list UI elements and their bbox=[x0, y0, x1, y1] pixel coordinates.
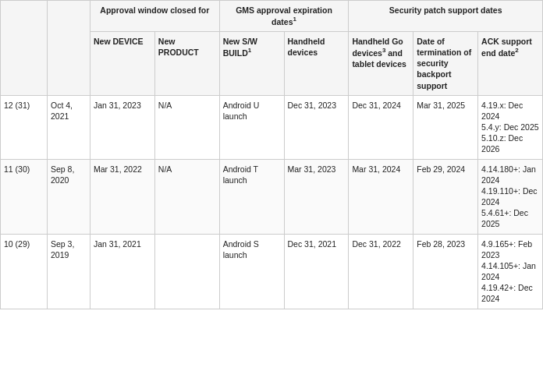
table-row: 11 (30)Sep 8, 2020Mar 31, 2022N/AAndroid… bbox=[1, 159, 543, 234]
table-body: 12 (31)Oct 4, 2021Jan 31, 2023N/AAndroid… bbox=[1, 95, 543, 309]
col-header-ack: ACK support end date2 bbox=[478, 31, 543, 95]
col-header-new-product: New PRODUCT bbox=[154, 31, 219, 95]
table-row: 12 (31)Oct 4, 2021Jan 31, 2023N/AAndroid… bbox=[1, 95, 543, 159]
group-header-gms: GMS approval expiration dates1 bbox=[219, 1, 349, 32]
col-header-handheld: Handheld devices bbox=[284, 31, 349, 95]
cell-os-version: 10 (29) bbox=[1, 234, 48, 309]
cell-new-device: Jan 31, 2021 bbox=[90, 234, 155, 309]
cell-new-sw-build: Android U launch bbox=[219, 95, 284, 159]
cell-new-sw-build: Android T launch bbox=[219, 159, 284, 234]
cell-new-device: Jan 31, 2023 bbox=[90, 95, 155, 159]
main-table-wrapper: Approval window closed for GMS approval … bbox=[0, 0, 543, 309]
cell-aosp-release: Oct 4, 2021 bbox=[48, 95, 90, 159]
cell-new-product: N/A bbox=[154, 159, 219, 234]
cell-handheld-devices: Dec 31, 2021 bbox=[284, 234, 349, 309]
cell-aosp-release: Sep 3, 2019 bbox=[48, 234, 90, 309]
cell-handheld-go: Mar 31, 2024 bbox=[349, 159, 413, 234]
col-header-new-device: New DEVICE bbox=[90, 31, 155, 95]
cell-ack-support: 4.14.180+: Jan 20244.19.110+: Dec 20245.… bbox=[478, 159, 543, 234]
cell-new-product bbox=[154, 234, 219, 309]
cell-termination: Feb 29, 2024 bbox=[413, 159, 478, 234]
cell-handheld-devices: Dec 31, 2023 bbox=[284, 95, 349, 159]
cell-os-version: 12 (31) bbox=[1, 95, 48, 159]
cell-new-product: N/A bbox=[154, 95, 219, 159]
cell-new-sw-build: Android S launch bbox=[219, 234, 284, 309]
cell-ack-support: 4.9.165+: Feb 20234.14.105+: Jan 20244.1… bbox=[478, 234, 543, 309]
cell-aosp-release: Sep 8, 2020 bbox=[48, 159, 90, 234]
cell-termination: Mar 31, 2025 bbox=[413, 95, 478, 159]
group-header-approval: Approval window closed for bbox=[90, 1, 220, 32]
col-header-aosp bbox=[48, 1, 90, 96]
col-header-handheld-go: Handheld Go devices3 and tablet devices bbox=[349, 31, 413, 95]
table-row: 10 (29)Sep 3, 2019Jan 31, 2021Android S … bbox=[1, 234, 543, 309]
col-header-new-sw: New S/W BUILD1 bbox=[219, 31, 284, 95]
col-header-termination: Date of termination of security backport… bbox=[413, 31, 478, 95]
cell-new-device: Mar 31, 2022 bbox=[90, 159, 155, 234]
group-header-security: Security patch support dates bbox=[349, 1, 543, 32]
col-header-os bbox=[1, 1, 48, 96]
cell-ack-support: 4.19.x: Dec 20245.4.y: Dec 20255.10.z: D… bbox=[478, 95, 543, 159]
cell-handheld-go: Dec 31, 2022 bbox=[349, 234, 413, 309]
compatibility-table: Approval window closed for GMS approval … bbox=[0, 0, 543, 309]
cell-os-version: 11 (30) bbox=[1, 159, 48, 234]
cell-termination: Feb 28, 2023 bbox=[413, 234, 478, 309]
cell-handheld-devices: Mar 31, 2023 bbox=[284, 159, 349, 234]
cell-handheld-go: Dec 31, 2024 bbox=[349, 95, 413, 159]
